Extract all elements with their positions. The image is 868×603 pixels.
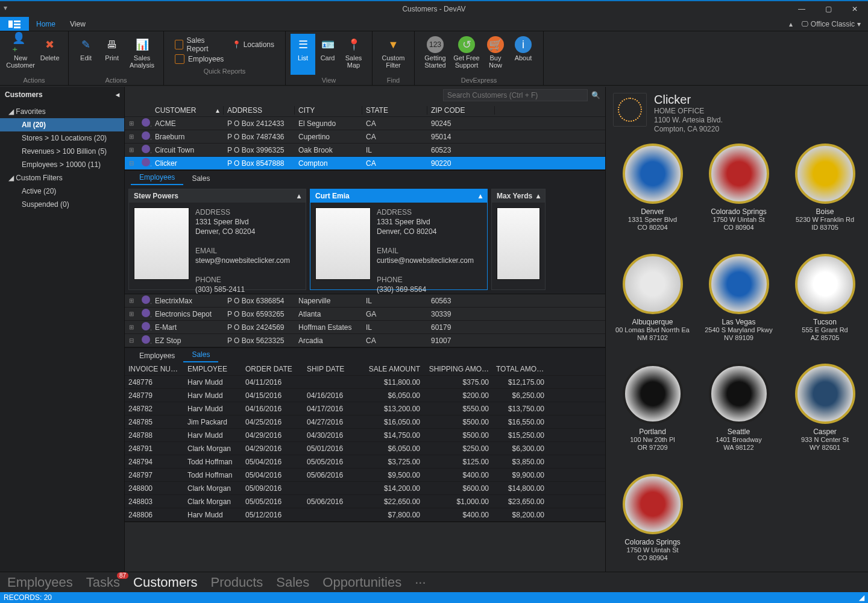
office-seal[interactable]: Boise5230 W Franklin RdID 83705	[784, 144, 866, 245]
bottom-tab[interactable]: ···	[415, 575, 426, 590]
card-collapse-icon[interactable]: ▴	[479, 192, 482, 200]
office-seal[interactable]: Albuquerque00 Lomas Blvd Norrth EaNM 871…	[612, 254, 693, 356]
office-seal[interactable]: Tucson555 E Grant RdAZ 85705	[784, 254, 866, 356]
office-seal[interactable]: Seattle1401 BroadwayWA 98122	[698, 364, 779, 466]
right-panel: Clicker HOME OFFICE 1100 W. Artesia Blvd…	[605, 87, 868, 579]
search-icon[interactable]: 🔍	[591, 91, 600, 99]
sidebar-item[interactable]: Active (20)	[0, 185, 124, 198]
print-button[interactable]: 🖶Print	[98, 34, 125, 75]
maximize-button[interactable]: ▢	[815, 1, 841, 17]
sidebar-item[interactable]: Revenues > 100 Billion (5)	[0, 145, 124, 158]
getting-started-button[interactable]: 123Getting Started	[420, 34, 451, 75]
bottom-tab[interactable]: Tasks87	[86, 575, 120, 590]
app-file-button[interactable]	[0, 17, 29, 31]
sidebar-item[interactable]: Stores > 10 Locations (20)	[0, 131, 124, 145]
card-collapse-icon[interactable]: ▴	[297, 192, 301, 200]
svg-rect-2	[14, 24, 20, 25]
employee-card[interactable]: Max Yerds▴	[491, 189, 546, 290]
sales-row[interactable]: 248782Harv Mudd04/16/201604/17/2016$13,2…	[125, 402, 605, 415]
sidebar-group-favorites[interactable]: ◢ Favorites	[0, 105, 124, 118]
office-seal[interactable]: Colorado Springs1750 W Uintah StCO 80904	[698, 144, 779, 245]
list-view-button[interactable]: ☰List	[291, 34, 315, 75]
new-customer-button[interactable]: 👤⁺New Customer	[5, 34, 36, 75]
status-resize-grip-icon[interactable]: ◢	[859, 593, 864, 602]
table-row[interactable]: ⊟ClickerP O Box 8547888ComptonCA90220	[125, 157, 605, 170]
bottom-tab[interactable]: Sales	[276, 575, 309, 590]
office-seal[interactable]: Portland100 Nw 20th PlOR 97209	[612, 364, 693, 466]
bottom-tab[interactable]: Opportunities	[322, 575, 401, 590]
table-row[interactable]: ⊞ACMEP O Box 2412433El SegundoCA90245	[125, 117, 605, 130]
sales-report-button[interactable]: Sales Report📍Locations	[175, 36, 274, 53]
sales-row[interactable]: 248797Todd Hoffman05/04/201605/06/2016$9…	[125, 469, 605, 482]
sidebar-title: Customers	[5, 90, 43, 99]
theme-selector[interactable]: Office Classic	[811, 20, 855, 28]
qatoolbar-dropdown-icon[interactable]: ▾	[4, 4, 7, 12]
title-bar: ▾ Customers - DevAV — ▢ ✕	[0, 0, 868, 17]
table-row[interactable]: ⊞BraeburnP O Box 7487436CupertinoCA95014	[125, 130, 605, 144]
sales-row[interactable]: 248788Harv Mudd04/29/201604/30/2016$14,7…	[125, 429, 605, 442]
sidebar-group-custom[interactable]: ◢ Custom Filters	[0, 171, 124, 185]
sidebar-item[interactable]: All (20)	[0, 118, 124, 131]
sales-row[interactable]: 248794Todd Hoffman05/04/201605/05/2016$3…	[125, 455, 605, 469]
bottom-tab[interactable]: Employees	[7, 575, 73, 590]
seal-icon	[795, 254, 855, 314]
employees-report-button[interactable]: Employees	[175, 54, 274, 64]
sales-row[interactable]: 248785Jim Packard04/25/201604/27/2016$16…	[125, 415, 605, 429]
sidebar-item[interactable]: Suspended (0)	[0, 198, 124, 211]
sales-grid-header[interactable]: INVOICE NUMB… EMPLOYEE ORDER DATE SHIP D…	[125, 362, 605, 376]
office-seal[interactable]: Casper933 N Center StWY 82601	[784, 364, 866, 466]
edit-button[interactable]: ✎Edit	[74, 34, 98, 75]
sales-map-button[interactable]: 📍Sales Map	[340, 34, 367, 75]
seal-icon	[709, 254, 769, 314]
table-row[interactable]: ⊞ElectrixMaxP O Box 6386854NapervilleIL6…	[125, 294, 605, 308]
sales-row[interactable]: 248776Harv Mudd04/11/2016$11,800.00$375.…	[125, 376, 605, 389]
bottom-tab[interactable]: Products	[210, 575, 263, 590]
table-row[interactable]: ⊞Circuit TownP O Box 3996325Oak BrookIL6…	[125, 144, 605, 157]
seal-icon	[623, 364, 683, 424]
buy-now-button[interactable]: 🛒Buy Now	[482, 34, 509, 75]
about-button[interactable]: iAbout	[509, 34, 538, 75]
tab-home[interactable]: Home	[29, 17, 63, 31]
office-seal[interactable]: Las Vegas2540 S Maryland PkwyNV 89109	[698, 254, 779, 356]
detail-tab-sales[interactable]: Sales	[183, 172, 218, 185]
sales-row[interactable]: 248806Harv Mudd05/12/2016$7,800.00$400.0…	[125, 508, 605, 522]
employee-photo	[315, 207, 371, 280]
sales-row[interactable]: 248800Clark Morgan05/09/2016$14,200.00$6…	[125, 482, 605, 495]
main-area: 🔍 CUSTOMER ▴ ADDRESS CITY STATE ZIP CODE…	[125, 87, 605, 579]
employee-card[interactable]: Stew Powers▴ADDRESS1331 Speer BlvdDenver…	[128, 189, 306, 290]
chevron-down-icon[interactable]: ▾	[857, 20, 861, 28]
office-seal[interactable]: Denver1331 Speer BlvdCO 80204	[612, 144, 693, 245]
office-seal[interactable]: Colorado Springs1750 W Uintah StCO 80904	[612, 474, 693, 576]
ribbon-collapse-icon[interactable]: ▴	[789, 20, 793, 28]
status-records: RECORDS: 20	[4, 593, 52, 602]
table-row[interactable]: ⊟EZ StopP O Box 5623325ArcadiaCA91007	[125, 334, 605, 347]
sales-row[interactable]: 248791Clark Morgan04/29/201605/01/2016$6…	[125, 442, 605, 455]
minimize-button[interactable]: —	[788, 1, 815, 17]
get-free-support-button[interactable]: ↺Get Free Support	[451, 34, 482, 75]
sales-tab-employees[interactable]: Employees	[131, 349, 183, 362]
card-collapse-icon[interactable]: ▴	[536, 192, 540, 200]
sidebar: Customers◂ ◢ Favorites All (20)Stores > …	[0, 87, 125, 579]
sales-detail-panel: Employees Sales INVOICE NUMB… EMPLOYEE O…	[125, 347, 605, 522]
sales-row[interactable]: 248803Clark Morgan05/05/201605/06/2016$2…	[125, 495, 605, 508]
table-row[interactable]: ⊞E-MartP O Box 2424569Hoffman EstatesIL6…	[125, 321, 605, 334]
custom-filter-button[interactable]: ▼Custom Filter	[377, 34, 409, 75]
seal-icon	[623, 254, 683, 314]
table-row[interactable]: ⊞Electronics DepotP O Box 6593265Atlanta…	[125, 308, 605, 321]
seal-icon	[709, 144, 769, 204]
sales-tab-sales[interactable]: Sales	[183, 348, 218, 362]
detail-tab-employees[interactable]: Employees	[131, 171, 183, 185]
ribbon: 👤⁺New Customer ✖Delete Actions ✎Edit 🖶Pr…	[0, 31, 868, 86]
sales-analysis-button[interactable]: 📊Sales Analysis	[125, 34, 159, 75]
delete-button[interactable]: ✖Delete	[36, 34, 63, 75]
card-view-button[interactable]: 🪪Card	[315, 34, 340, 75]
grid-header[interactable]: CUSTOMER ▴ ADDRESS CITY STATE ZIP CODE	[125, 104, 605, 117]
employee-card[interactable]: Curt Emia▴ADDRESS1331 Speer BlvdDenver, …	[310, 189, 488, 290]
search-input[interactable]	[443, 89, 588, 101]
bottom-tab[interactable]: Customers	[133, 575, 197, 590]
sidebar-item[interactable]: Employees > 10000 (11)	[0, 158, 124, 171]
sidebar-collapse-icon[interactable]: ◂	[116, 90, 119, 99]
tab-view[interactable]: View	[63, 17, 93, 31]
sales-row[interactable]: 248779Harv Mudd04/15/201604/16/2016$6,05…	[125, 389, 605, 402]
close-button[interactable]: ✕	[841, 1, 868, 17]
